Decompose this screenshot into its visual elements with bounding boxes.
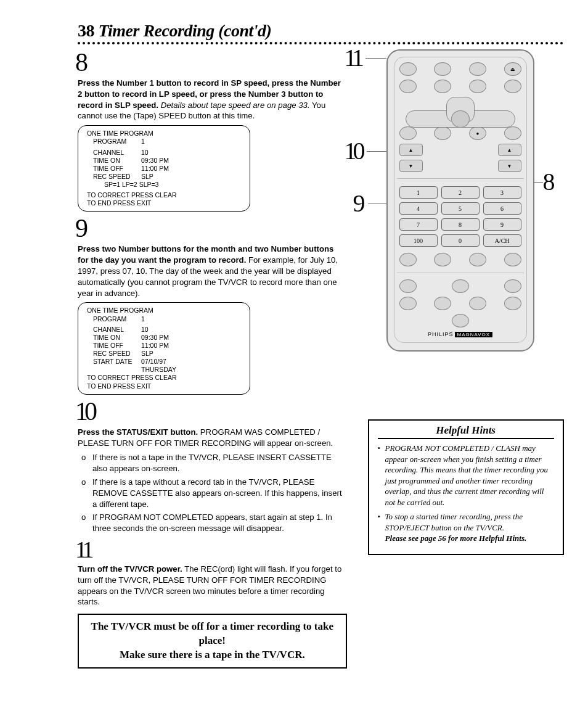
callout-8: 8 [543,170,552,194]
hint-see-more: Please see page 56 for more Helpful Hint… [385,533,527,543]
remote-sleep-button [434,62,451,76]
hint-item-text: To stop a started timer recording, press… [385,512,523,532]
osd-box-2: ONE TIME PROGRAM PROGRAM1 CHANNEL10 TIME… [78,302,250,394]
remote-button [469,80,486,93]
osd2-day: THURSDAY [141,366,176,374]
osd2-startdate-val: 07/10/97 [141,358,166,366]
page-number: 38 [78,21,94,40]
remote-row-vol2: ▼ ▼ [399,160,521,172]
osd1-channel-val: 10 [141,149,149,157]
remote-num-0: 0 [441,234,480,247]
remote-navpad [399,97,521,123]
osd2-timeon-val: 09:30 PM [141,334,169,342]
brand-philips: PHILIPS [428,331,454,337]
remote-illustration: ⏏ ● [386,49,534,352]
step-8-italic: Details about tape speed are on page 33. [161,101,310,110]
osd1-timeoff-lbl: TIME OFF [93,165,141,173]
remote-button [504,80,521,93]
step-8-body: Press the Number 1 button to record in S… [78,78,347,121]
remote-button [469,297,486,310]
right-column: 11 ⏏ [362,49,563,669]
osd2-timeoff-lbl: TIME OFF [93,342,141,350]
callout-9: 9 [353,191,362,216]
remote-ch-button: ▲ [498,144,521,156]
remote-mute-button [469,62,486,76]
callout-11: 11 [345,46,361,70]
step-number-10: 10 [75,398,347,424]
osd1-timeon-val: 09:30 PM [141,157,169,165]
osd1-title: ONE TIME PROGRAM [87,130,243,138]
remote-button [399,297,417,310]
remote-num-7: 7 [399,218,438,231]
remote-below-num-row [399,253,521,266]
remote-num-3: 3 [483,186,521,199]
hints-list: PROGRAM NOT COMPLETED / CLASH may appear… [378,443,554,544]
remote-row-lower2 [399,297,521,310]
columns: 8 Press the Number 1 button to record in… [78,49,563,669]
remote-button [434,80,451,93]
remote-separator [397,178,524,179]
remote-rec-button: ● [469,126,486,140]
osd2-channel-lbl: CHANNEL [93,326,141,334]
remote-number-grid: 1 2 3 4 5 6 7 8 9 100 0 A/CH [399,186,521,247]
remote-status-exit-button [434,126,451,140]
remote-row-lower [399,279,521,293]
remote-row-mid: ● [399,126,521,140]
osd2-program-lbl: PROGRAM [93,315,141,323]
remote-num-2: 2 [441,186,480,199]
step-number-11: 11 [75,538,347,561]
navpad-center [451,110,470,128]
remote-num-8: 8 [441,218,480,231]
remote-num-9: 9 [483,218,521,231]
remote-button [469,253,486,266]
remote-separator [397,273,524,273]
osd1-footer2: TO END PRESS EXIT [87,199,243,207]
page-title-text: Timer Recording (cont'd) [99,21,272,40]
hint-item: To stop a started timer recording, press… [378,511,554,544]
osd1-footer1: TO CORRECT PRESS CLEAR [87,191,243,199]
osd2-footer1: TO CORRECT PRESS CLEAR [87,374,243,382]
remote-eject-button: ⏏ [504,62,521,76]
remote-button [434,297,451,310]
callout-10-line [367,151,386,152]
osd1-program-lbl: PROGRAM [93,138,141,146]
remote-clear-button [504,126,521,140]
osd1-program-val: 1 [141,138,145,146]
note-line-2: Make sure there is a tape in the TV/VCR. [85,648,340,662]
callout-8-line [534,182,543,183]
manual-page: 38 Timer Recording (cont'd) 8 Press the … [0,0,588,708]
remote-inner: ⏏ ● [394,57,527,343]
remote-button [399,80,417,93]
page-title: 38 Timer Recording (cont'd) [78,21,563,41]
hint-item: PROGRAM NOT COMPLETED / CLASH may appear… [378,443,554,508]
remote-row-vol: ▲ ▲ [399,144,521,156]
osd2-footer2: TO END PRESS EXIT [87,382,243,390]
step-10-bullets: If there is not a tape in the TV/VCR, PL… [78,452,347,534]
helpful-hints-title: Helpful Hints [378,424,554,439]
important-note-box: The TV/VCR must be off for a timer recor… [78,614,347,669]
remote-power-button [399,62,417,76]
remote-num-1: 1 [399,186,438,199]
remote-button [504,279,521,293]
remote-num-100: 100 [399,234,438,247]
osd2-timeoff-val: 11:00 PM [141,342,169,350]
osd2-recspeed-val: SLP [141,350,153,358]
step-10-bold: Press the STATUS/EXIT button. [78,427,198,437]
remote-speed-button [399,279,417,293]
dotted-rule [78,42,563,44]
remote-num-6: 6 [483,202,521,215]
osd2-channel-val: 10 [141,326,149,334]
remote-ch-button: ▼ [498,160,521,172]
osd2-recspeed-lbl: REC SPEED [93,350,141,358]
osd1-timeon-lbl: TIME ON [93,157,141,165]
remote-skipsearch-button [452,314,469,327]
remote-button [504,253,521,266]
osd1-timeoff-val: 11:00 PM [141,165,169,173]
osd2-startdate-lbl: START DATE [93,358,141,366]
osd1-channel-lbl: CHANNEL [93,149,141,157]
step-number-8: 8 [75,49,347,75]
remote-memory-button [452,279,469,293]
remote-button [399,253,417,266]
step-11-body: Turn off the TV/VCR power. The REC(ord) … [78,564,347,607]
osd2-title: ONE TIME PROGRAM [87,307,243,315]
